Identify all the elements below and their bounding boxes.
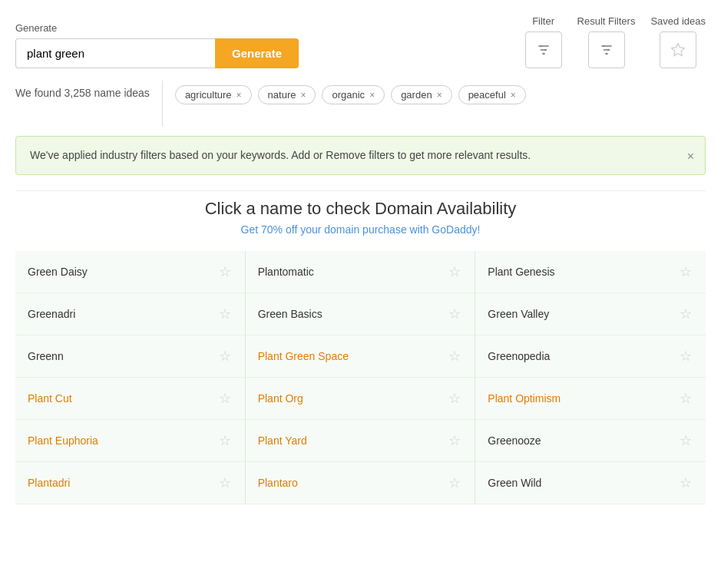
svg-point-5 bbox=[542, 53, 544, 55]
name-text: Plantadri bbox=[28, 477, 70, 489]
svg-point-4 bbox=[544, 49, 547, 51]
saved-ideas-section: Saved ideas bbox=[650, 15, 706, 68]
svg-point-3 bbox=[540, 45, 542, 48]
generate-label: Generate bbox=[15, 22, 299, 34]
tag-nature-remove[interactable]: × bbox=[300, 90, 306, 101]
list-item[interactable]: Plant Optimism ☆ bbox=[475, 378, 706, 420]
saved-ideas-button[interactable] bbox=[660, 31, 696, 68]
list-item[interactable]: Greenn ☆ bbox=[15, 335, 246, 378]
save-star-button[interactable]: ☆ bbox=[678, 388, 693, 408]
list-item[interactable]: Plantomatic ☆ bbox=[246, 251, 476, 293]
name-text: Green Wild bbox=[488, 477, 541, 489]
name-grid: Green Daisy ☆ Greenadri ☆ Greenn ☆ Plant… bbox=[15, 251, 706, 504]
domain-subtitle[interactable]: Get 70% off your domain purchase with Go… bbox=[15, 223, 706, 236]
name-text: Greenn bbox=[28, 350, 64, 362]
alert-message: We've applied industry filters based on … bbox=[30, 149, 531, 161]
page: Generate Generate Filter Result Filters bbox=[0, 0, 721, 520]
filter-label: Filter bbox=[532, 15, 554, 27]
save-star-button[interactable]: ☆ bbox=[447, 262, 462, 282]
name-text: Plant Green Space bbox=[258, 350, 349, 362]
domain-title: Click a name to check Domain Availabilit… bbox=[15, 199, 706, 219]
result-filters-button[interactable] bbox=[588, 31, 625, 68]
save-star-button[interactable]: ☆ bbox=[217, 388, 233, 408]
name-col-3: Plant Genesis ☆ Green Valley ☆ Greenoped… bbox=[475, 251, 706, 504]
save-star-button[interactable]: ☆ bbox=[447, 388, 462, 408]
save-star-button[interactable]: ☆ bbox=[217, 473, 233, 493]
filter-section: Filter bbox=[525, 15, 562, 68]
save-star-button[interactable]: ☆ bbox=[447, 473, 462, 493]
top-bar: Generate Generate Filter Result Filters bbox=[15, 15, 706, 68]
list-item[interactable]: Plantadri ☆ bbox=[15, 462, 246, 504]
save-star-button[interactable]: ☆ bbox=[217, 346, 233, 366]
tag-peaceful: peaceful × bbox=[458, 85, 526, 104]
tag-garden-remove[interactable]: × bbox=[437, 90, 442, 101]
list-item[interactable]: Green Wild ☆ bbox=[475, 462, 706, 504]
generate-input-row: Generate bbox=[15, 38, 299, 68]
save-star-button[interactable]: ☆ bbox=[678, 431, 693, 451]
filter-icon bbox=[536, 42, 551, 58]
list-item[interactable]: Plant Green Space ☆ bbox=[246, 335, 476, 378]
save-star-button[interactable]: ☆ bbox=[678, 304, 693, 324]
list-item[interactable]: Plant Org ☆ bbox=[246, 378, 476, 420]
tag-agriculture: agriculture × bbox=[175, 85, 252, 104]
list-item[interactable]: Greenadri ☆ bbox=[15, 293, 246, 335]
save-star-button[interactable]: ☆ bbox=[217, 304, 233, 324]
generate-section: Generate Generate bbox=[15, 22, 299, 68]
save-star-button[interactable]: ☆ bbox=[217, 262, 233, 282]
save-star-button[interactable]: ☆ bbox=[678, 262, 693, 282]
alert-close-button[interactable]: × bbox=[687, 147, 694, 166]
save-star-button[interactable]: ☆ bbox=[678, 473, 693, 493]
star-icon bbox=[670, 42, 686, 58]
tags-area: agriculture × nature × organic × garden … bbox=[175, 81, 526, 109]
name-text: Plant Genesis bbox=[488, 266, 554, 278]
domain-section: Click a name to check Domain Availabilit… bbox=[15, 190, 706, 251]
list-item[interactable]: Plant Yard ☆ bbox=[246, 420, 476, 462]
svg-point-10 bbox=[607, 49, 610, 51]
list-item[interactable]: Green Valley ☆ bbox=[475, 293, 706, 335]
name-text: Plant Yard bbox=[258, 434, 307, 447]
name-text: Greenopedia bbox=[488, 350, 550, 362]
svg-point-9 bbox=[603, 45, 605, 48]
saved-ideas-label: Saved ideas bbox=[650, 15, 706, 27]
save-star-button[interactable]: ☆ bbox=[447, 346, 462, 366]
tag-organic-label: organic bbox=[332, 89, 365, 101]
filter-button[interactable] bbox=[525, 31, 562, 68]
tag-peaceful-remove[interactable]: × bbox=[511, 90, 516, 101]
tag-garden: garden × bbox=[391, 85, 452, 104]
name-col-2: Plantomatic ☆ Green Basics ☆ Plant Green… bbox=[246, 251, 476, 504]
name-col-1: Green Daisy ☆ Greenadri ☆ Greenn ☆ Plant… bbox=[15, 251, 246, 504]
list-item[interactable]: Green Basics ☆ bbox=[246, 293, 476, 335]
save-star-button[interactable]: ☆ bbox=[217, 431, 233, 451]
tag-peaceful-label: peaceful bbox=[468, 89, 506, 101]
save-star-button[interactable]: ☆ bbox=[678, 346, 693, 366]
result-filters-label: Result Filters bbox=[577, 15, 636, 27]
tag-organic-remove[interactable]: × bbox=[369, 90, 375, 101]
list-item[interactable]: Plant Euphoria ☆ bbox=[15, 420, 246, 462]
name-text: Plantaro bbox=[258, 477, 298, 489]
name-text: Plant Euphoria bbox=[28, 434, 98, 447]
name-text: Green Daisy bbox=[28, 266, 88, 278]
search-input[interactable] bbox=[15, 38, 215, 68]
list-item[interactable]: Plantaro ☆ bbox=[246, 462, 476, 504]
save-star-button[interactable]: ☆ bbox=[447, 304, 462, 324]
name-text: Greenadri bbox=[28, 308, 75, 320]
name-text: Green Valley bbox=[488, 308, 549, 320]
generate-button[interactable]: Generate bbox=[215, 38, 299, 68]
results-row: We found 3,258 name ideas agriculture × … bbox=[15, 81, 706, 127]
result-filters-icon bbox=[599, 42, 614, 58]
name-text: Greenooze bbox=[488, 434, 541, 447]
list-item[interactable]: Greenopedia ☆ bbox=[475, 335, 706, 378]
list-item[interactable]: Plant Cut ☆ bbox=[15, 378, 246, 420]
svg-point-11 bbox=[605, 53, 607, 55]
list-item[interactable]: Green Daisy ☆ bbox=[15, 251, 246, 293]
name-text: Plantomatic bbox=[258, 266, 314, 278]
tag-garden-label: garden bbox=[401, 89, 432, 101]
tag-agriculture-remove[interactable]: × bbox=[236, 90, 242, 101]
alert-banner: We've applied industry filters based on … bbox=[15, 136, 706, 175]
tag-nature-label: nature bbox=[268, 89, 296, 101]
name-text: Plant Org bbox=[258, 392, 303, 405]
list-item[interactable]: Plant Genesis ☆ bbox=[475, 251, 706, 293]
list-item[interactable]: Greenooze ☆ bbox=[475, 420, 706, 462]
save-star-button[interactable]: ☆ bbox=[447, 431, 462, 451]
result-filters-section: Result Filters bbox=[577, 15, 636, 68]
